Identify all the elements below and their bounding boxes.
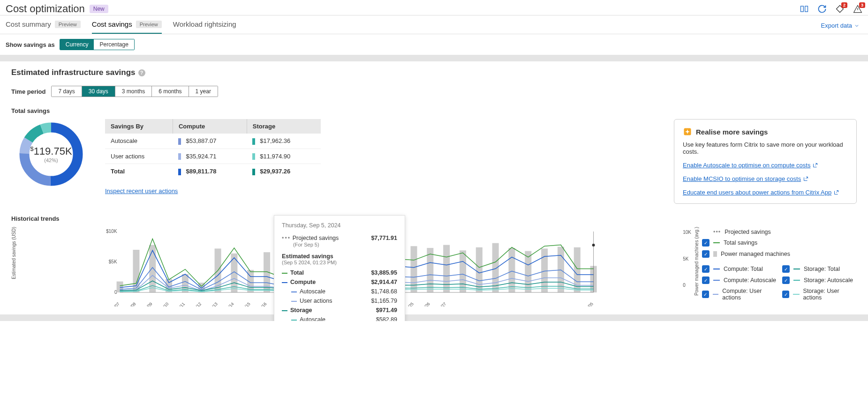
svg-text:08/11: 08/11 [175,301,186,306]
period-30-days[interactable]: 30 days [82,86,115,97]
legend-item[interactable]: ✓Storage: Autoscale [782,275,857,286]
y2-axis-label: Power managed machines (avg.) [694,227,699,296]
show-savings-label: Show savings as [6,41,55,48]
donut-value: 119.75K [34,145,72,157]
svg-text:08/07: 08/07 [110,301,121,306]
realise-desc: Use key features form Citrix to save mor… [683,141,848,155]
svg-rect-29 [443,245,450,292]
svg-text:08/15: 08/15 [241,301,251,306]
table-row: User actions$35,924.71$11,974.90 [105,149,321,164]
legend-item[interactable]: ✓Compute: Total [702,263,777,275]
export-data-link[interactable]: Export data [821,22,860,29]
tooltip-projected-value: $7,771.91 [371,235,397,241]
y2-tick: 10K [683,230,691,235]
svg-rect-31 [476,247,483,292]
savings-table: Savings By Compute Storage Autoscale$53,… [105,119,321,179]
svg-text:09/05: 09/05 [583,301,594,306]
legend-item[interactable]: ✓Compute: User actions [702,286,777,303]
total-savings-title: Total savings [11,107,857,114]
th-compute: Compute [173,119,247,134]
period-7-days[interactable]: 7 days [52,86,82,97]
page-title: Cost optimization [6,3,85,15]
legend-item[interactable]: •••Projected savings [702,227,857,237]
donut-percent: (42%) [30,157,72,163]
svg-text:08/09: 08/09 [143,301,153,306]
y2-tick: 0 [683,283,691,288]
tooltip-projected-sub: (For Sep 5) [282,242,319,247]
estimated-savings-title: Estimated infrastructure savings [11,68,136,77]
divider-strip [0,55,868,61]
divider-strip-bottom [0,314,868,321]
toggle-currency[interactable]: Currency [60,39,94,50]
y2-tick: 5K [683,256,691,262]
svg-text:08/08: 08/08 [126,301,137,306]
svg-rect-30 [460,250,466,292]
legend-item[interactable]: ✓Storage: User actions [782,286,857,303]
th-storage: Storage [247,119,321,134]
tooltip-date: Thursday, Sep 5, 2024 [282,222,397,229]
realise-savings-card: Realise more savings Use key features fo… [674,119,857,204]
svg-text:08/16: 08/16 [257,301,267,306]
table-row-total: Total$89,811.78$29,937.26 [105,164,321,179]
realise-link[interactable]: Educate end users about power actions fr… [683,189,848,196]
tab-cost-savings[interactable]: Cost savingsPreview [92,15,162,34]
th-savings-by: Savings By [105,119,173,134]
historical-trends-title: Historical trends [11,215,857,222]
svg-rect-27 [410,246,417,292]
chart-tooltip: Thursday, Sep 5, 2024 ••• Projected savi… [274,215,405,321]
svg-rect-35 [541,248,548,292]
svg-text:08/13: 08/13 [208,301,219,306]
y-axis-label: Estimated savings (USD) [11,227,16,279]
refresh-icon[interactable] [817,4,827,14]
book-icon[interactable] [800,4,809,14]
tooltip-projected-label: Projected savings [293,235,339,241]
period-3-months[interactable]: 3 months [115,86,152,97]
period-1-year[interactable]: 1 year [189,86,218,97]
tab-workload-rightsizing[interactable]: Workload rightsizing [173,15,236,34]
realise-title: Realise more savings [696,128,768,136]
svg-rect-33 [508,248,515,292]
inspect-user-actions-link[interactable]: Inspect recent user actions [105,187,178,194]
realise-link[interactable]: Enable Autoscale to optimise on compute … [683,162,848,169]
legend-item[interactable]: ✓Power managed machines [702,248,857,260]
svg-text:$10K: $10K [106,229,117,234]
tooltip-est-sub: (Sep 5 2024, 01:23 PM) [282,260,397,265]
savings-donut-chart: $119.75K (42%) [16,119,86,189]
alert-icon[interactable]: 3 [853,4,862,14]
svg-text:08/27: 08/27 [437,301,447,306]
table-row: Autoscale$53,887.07$17,962.36 [105,134,321,149]
legend-item[interactable]: ✓Total savings [702,237,857,248]
svg-text:08/14: 08/14 [224,301,235,306]
svg-text:08/25: 08/25 [404,301,415,306]
time-period-label: Time period [11,88,45,95]
chevron-down-icon [854,23,860,29]
alert-badge: 3 [859,2,865,8]
svg-text:$5K: $5K [109,259,117,264]
svg-text:08/12: 08/12 [191,301,202,306]
toggle-percentage[interactable]: Percentage [94,39,134,50]
tooltip-est-label: Estimated savings [282,253,397,260]
legend-item[interactable]: ✓Compute: Autoscale [702,275,777,286]
svg-text:08/26: 08/26 [420,301,431,306]
new-badge: New [90,5,108,13]
tab-cost-summary[interactable]: Cost summaryPreview [6,15,81,34]
help-icon[interactable]: ? [138,69,145,76]
realise-link[interactable]: Enable MCSIO to optimise on storage cost… [683,175,848,182]
notification-icon[interactable]: 2 [835,4,845,14]
legend-item[interactable]: ✓Storage: Total [782,263,857,275]
sparkle-icon [683,127,692,136]
notification-badge: 2 [841,2,847,8]
period-6-months[interactable]: 6 months [152,86,189,97]
svg-text:08/10: 08/10 [159,301,169,306]
